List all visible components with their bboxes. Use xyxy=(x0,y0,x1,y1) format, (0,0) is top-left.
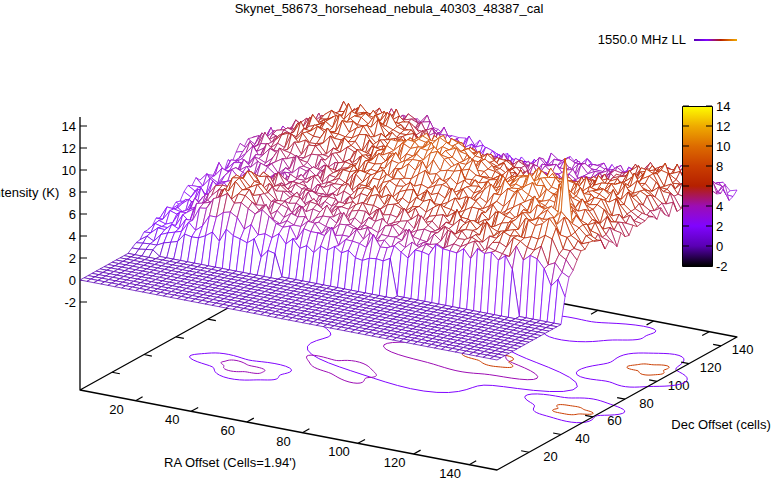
gnuplot-window: Skynet_58673_horsehead_nebula_40303_4838… xyxy=(0,0,775,478)
surface-plot-canvas xyxy=(0,0,775,478)
